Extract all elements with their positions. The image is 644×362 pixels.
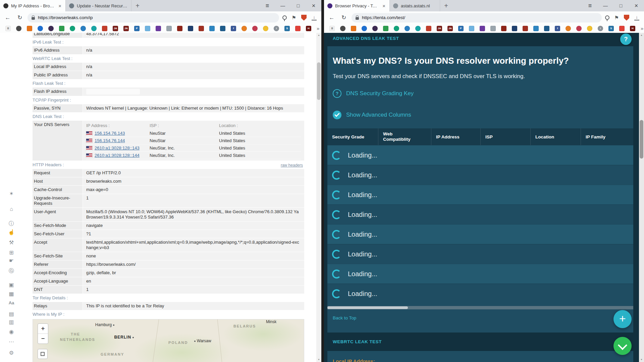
close-window-button[interactable]: × [629,0,644,11]
fonts-icon[interactable]: Aa [7,300,15,305]
bookmark-favicon[interactable]: JA [123,26,129,31]
tab-close-icon[interactable]: × [382,3,386,8]
scroll-down-arrow[interactable]: ▼ [316,357,321,362]
bookmark-flag-icon[interactable]: ⚑ [292,15,296,20]
bookmarks-overflow-button[interactable]: » [317,25,319,31]
close-window-button[interactable]: × [306,0,321,11]
box-icon[interactable]: ▣ [7,282,15,288]
bookmark-favicon[interactable] [469,26,474,31]
tab-my-ip-address[interactable]: My IP Address - Browser × [0,0,66,11]
minimize-button[interactable]: — [598,0,613,11]
location-map[interactable]: HamburgTHENETHERLANDSBERLINGERMANYPOLAND… [33,319,304,362]
vertical-scrollbar[interactable]: ▲ ▼ [639,33,644,362]
zoom-out-button[interactable]: − [38,334,48,344]
pin-icon[interactable] [282,15,287,20]
bookmark-favicon[interactable]: P [134,26,140,31]
scroll-up-arrow[interactable]: ▲ [316,33,321,38]
fullscreen-map-button[interactable] [38,349,48,359]
add-button[interactable]: + [613,310,632,328]
address-bar[interactable]: https://browserleaks.com/ip [28,13,279,22]
dns-ip-link[interactable]: 2610:a1:3028:128::143 [95,145,140,151]
bookmark-favicon[interactable]: JA [437,26,442,31]
bookmark-favicon[interactable] [263,26,268,31]
menu-button[interactable]: ≡ [260,0,275,11]
new-tab-button[interactable]: + [131,0,144,11]
back-to-top-link[interactable]: Back to Top [333,315,628,320]
bookmark-favicon[interactable]: H [306,26,311,31]
bookmark-favicon[interactable] [405,26,410,31]
bookmark-favicon[interactable]: H [630,26,635,31]
pin-icon[interactable] [605,15,609,20]
bookmark-favicon[interactable] [91,26,97,31]
bookmark-favicon[interactable] [576,26,582,31]
horizontal-scrollbar[interactable] [327,306,633,309]
vertical-scrollbar[interactable]: ▲ ▼ [316,33,321,362]
bookmark-favicon[interactable] [102,26,107,31]
bookmark-favicon[interactable] [340,26,345,31]
bookmark-favicon[interactable] [70,26,75,31]
bookmarks-overflow-button[interactable]: » [641,25,643,31]
bookmark-favicon[interactable] [16,26,21,31]
back-button[interactable]: ← [3,13,12,22]
bookmark-favicon[interactable] [533,26,539,31]
bookmark-favicon[interactable]: i [274,26,279,31]
image-icon[interactable]: ▦ [7,291,15,297]
dns-ip-link[interactable]: 156.154.76.144 [95,138,125,143]
bookmark-favicon[interactable] [80,26,86,31]
address-bar[interactable]: https://tenta.com/test/ [352,13,602,22]
bookmark-favicon[interactable] [145,26,150,31]
reload-button[interactable]: ↻ [15,13,24,22]
bookmark-favicon[interactable] [199,26,204,31]
bookmark-favicon[interactable]: JA [113,26,118,31]
reload-button[interactable]: ↻ [339,13,348,22]
dns-grading-key-link[interactable]: ? DNS Security Grading Key [333,89,628,98]
zoom-in-button[interactable]: + [38,324,48,334]
bookmark-flag-icon[interactable]: ⚑ [614,15,619,20]
bookmark-favicon[interactable]: f [555,26,560,31]
bookmark-favicon[interactable]: S [608,26,614,31]
bookmark-favicon[interactable] [188,26,193,31]
bookmark-favicon[interactable] [209,26,215,31]
bookmark-favicon[interactable] [362,26,367,31]
scroll-down-button[interactable] [613,337,632,355]
bookmark-favicon[interactable] [394,26,399,31]
bookmark-favicon[interactable]: f [231,26,236,31]
bookmark-favicon[interactable]: i [598,26,603,31]
bookmark-favicon[interactable] [156,26,161,31]
dns-ip-link[interactable]: 2610:a1:3028:128::144 [95,153,140,158]
wand-icon[interactable]: ✶ [7,190,15,197]
bookmark-favicon[interactable] [295,26,301,31]
bookmark-favicon[interactable] [512,26,517,31]
bookmark-favicon[interactable]: P [458,26,464,31]
back-button[interactable]: ← [327,13,336,22]
tools-icon[interactable]: ⚒ [7,239,15,246]
bookmark-favicon[interactable]: S [284,26,290,31]
scrollbar-thumb[interactable] [640,120,643,159]
bookmark-favicon[interactable] [252,26,258,31]
raw-headers-link[interactable]: raw headers [281,161,303,169]
download-icon[interactable]: ↓ [312,15,317,20]
bookmark-favicon[interactable] [587,26,592,31]
bookmark-favicon[interactable] [59,26,64,31]
bookmark-favicon[interactable]: JA [447,26,453,31]
bookmark-favicon[interactable] [220,26,225,31]
bookmark-favicon[interactable] [523,26,528,31]
tab-browser-privacy[interactable]: Browser Privacy - Test IP × [324,0,390,11]
adblock-shield-icon[interactable] [301,15,307,21]
info-icon[interactable]: ⓘ [7,220,15,227]
horizontal-scrollbar-thumb[interactable] [327,306,408,309]
gl-badge-icon[interactable]: Ⓖ [7,267,15,275]
bookmark-favicon[interactable] [480,26,485,31]
bookmark-favicon[interactable] [501,26,506,31]
hand-icon[interactable]: ☝ [7,229,15,235]
tab-neustar-update[interactable]: Update - Neustar Recursive [66,0,131,11]
tab-close-icon[interactable]: × [58,3,62,8]
scroll-down-arrow[interactable]: ▼ [639,357,644,362]
fist-icon[interactable]: ☛ [7,257,15,264]
bookmark-favicon[interactable] [566,26,571,31]
bookmark-favicon[interactable] [490,26,496,31]
bookmark-favicon[interactable] [166,26,172,31]
more-icon[interactable]: ⋯ [7,339,15,345]
settings-icon[interactable]: ⚙ [7,350,15,356]
adblock-shield-icon[interactable] [624,15,629,21]
